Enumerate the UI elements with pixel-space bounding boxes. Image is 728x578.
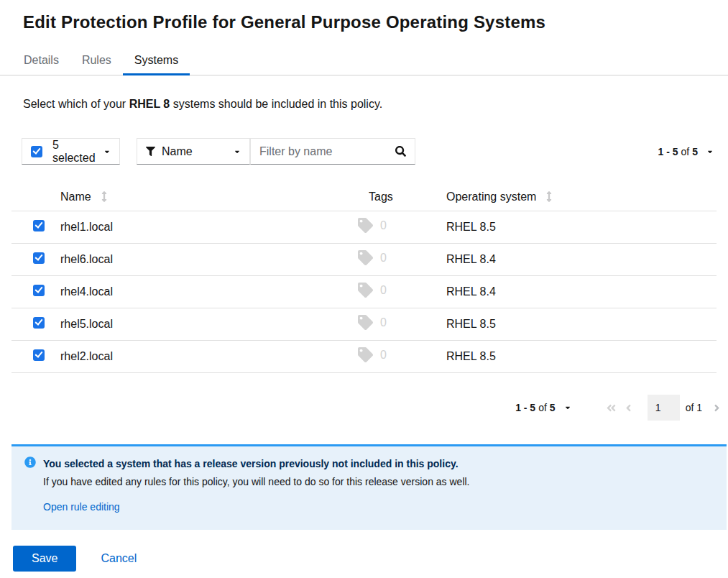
tag-count-button[interactable]: 0 <box>358 347 387 362</box>
table-row: rhel5.local 0 RHEL 8.5 <box>11 308 717 340</box>
page-title: Edit Protection Profile for General Purp… <box>23 12 717 32</box>
tag-count-button[interactable]: 0 <box>358 218 387 233</box>
description-prefix: Select which of your <box>23 98 126 110</box>
tag-count: 0 <box>380 284 387 297</box>
table-row: rhel1.local 0 RHEL 8.5 <box>11 211 717 243</box>
system-name: rhel4.local <box>50 275 346 308</box>
total-pages-label: of 1 <box>686 402 702 413</box>
description-suffix: systems should be included in this polic… <box>173 98 382 110</box>
pagination-bottom-range: 1 - 5of5 <box>515 402 556 413</box>
angle-right-icon <box>714 403 720 413</box>
tab-bar: Details Rules Systems <box>0 48 728 75</box>
angle-left-icon <box>625 403 632 413</box>
search-icon <box>395 146 406 157</box>
row-checkbox[interactable] <box>33 220 45 231</box>
angle-double-left-icon <box>606 403 617 413</box>
header-checkbox-cell <box>11 183 50 211</box>
row-checkbox[interactable] <box>33 317 45 329</box>
alert-title: You selected a system that has a release… <box>43 457 459 470</box>
row-checkbox[interactable] <box>33 252 45 264</box>
edit-policy-page: Edit Protection Profile for General Purp… <box>0 12 728 578</box>
filter-icon <box>146 147 155 156</box>
operating-system: RHEL 8.4 <box>435 275 717 308</box>
tag-icon <box>358 283 373 298</box>
operating-system: RHEL 8.5 <box>435 308 717 340</box>
next-page-button[interactable] <box>709 403 724 413</box>
tag-count: 0 <box>380 349 387 362</box>
save-button[interactable]: Save <box>13 546 76 572</box>
cancel-button[interactable]: Cancel <box>98 546 139 572</box>
tag-count-button[interactable]: 0 <box>358 283 387 298</box>
caret-down-icon <box>234 148 241 155</box>
bulk-select-label: 5 selected <box>52 139 103 165</box>
system-name: rhel5.local <box>50 308 346 340</box>
first-page-button[interactable] <box>602 403 621 413</box>
table-row: rhel4.local 0 RHEL 8.4 <box>11 275 717 308</box>
pagination-top-toggle[interactable]: 1 - 5of5 <box>658 146 714 157</box>
caret-down-icon <box>564 404 571 411</box>
filter-attribute-label: Name <box>162 145 193 158</box>
tag-icon <box>358 250 373 265</box>
operating-system: RHEL 8.4 <box>435 243 717 275</box>
policy-description: Select which of yourRHEL 8systems should… <box>23 97 705 111</box>
pagination-top-range: 1 - 5of5 <box>658 146 699 157</box>
filter-attribute-dropdown[interactable]: Name <box>137 138 250 165</box>
tag-icon <box>358 218 373 233</box>
alert-description: If you have edited any rules for this po… <box>43 475 714 488</box>
tag-icon <box>358 315 373 330</box>
tab-details[interactable]: Details <box>12 48 70 75</box>
tag-count-button[interactable]: 0 <box>358 250 387 265</box>
system-name: rhel6.local <box>50 243 346 275</box>
column-header-tags: Tags <box>346 183 435 211</box>
tag-count-button[interactable]: 0 <box>358 315 387 330</box>
tag-count: 0 <box>380 219 387 232</box>
tab-rules[interactable]: Rules <box>70 48 123 75</box>
description-highlight: RHEL 8 <box>129 98 170 110</box>
current-page-input[interactable] <box>648 395 680 421</box>
open-rule-editing-link[interactable]: Open rule editing <box>43 501 120 513</box>
column-header-name[interactable]: Name <box>50 183 346 211</box>
page-navigation: of 1 <box>602 395 724 421</box>
row-checkbox[interactable] <box>33 285 45 296</box>
tag-count: 0 <box>380 252 387 265</box>
system-name: rhel2.local <box>50 340 346 372</box>
search-button[interactable] <box>395 146 406 157</box>
table-row: rhel2.local 0 RHEL 8.5 <box>11 340 717 372</box>
table-header-row: Name Tags Operating system <box>11 183 717 211</box>
sort-icon <box>546 191 552 202</box>
info-alert: You selected a system that has a release… <box>11 444 727 530</box>
operating-system: RHEL 8.5 <box>435 340 717 372</box>
caret-down-icon <box>706 148 714 155</box>
info-circle-icon <box>24 457 36 468</box>
previous-page-button[interactable] <box>621 403 636 413</box>
sort-icon <box>101 191 107 202</box>
name-filter-field <box>250 138 415 165</box>
bulk-select-checkbox[interactable] <box>31 146 42 157</box>
pagination-bottom: 1 - 5of5 of 1 <box>11 395 724 421</box>
table-toolbar: 5 selected Name 1 - 5of5 <box>22 138 718 165</box>
column-header-os[interactable]: Operating system <box>435 183 717 211</box>
table-row: rhel6.local 0 RHEL 8.4 <box>11 243 717 275</box>
form-actions: Save Cancel <box>13 546 728 572</box>
bulk-select-dropdown[interactable]: 5 selected <box>22 138 120 165</box>
system-name: rhel1.local <box>50 211 346 243</box>
operating-system: RHEL 8.5 <box>435 211 717 243</box>
caret-down-icon <box>103 148 111 155</box>
tag-icon <box>358 347 373 362</box>
tag-count: 0 <box>380 316 387 329</box>
row-checkbox[interactable] <box>33 349 45 361</box>
tab-systems[interactable]: Systems <box>123 48 190 75</box>
systems-table: Name Tags Operating system rhel1.local <box>11 183 717 373</box>
pagination-bottom-toggle[interactable]: 1 - 5of5 <box>515 402 571 413</box>
name-filter-input[interactable] <box>259 145 395 158</box>
